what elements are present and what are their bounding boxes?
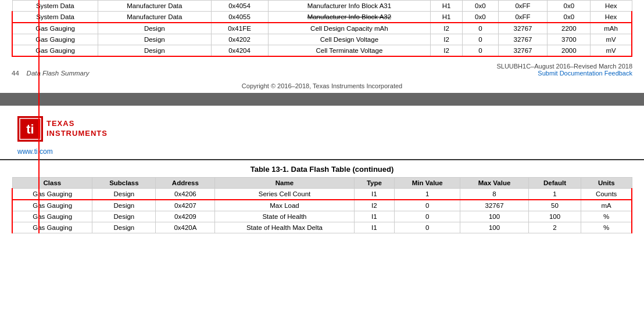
table-cell: I1 (354, 222, 395, 233)
table-cell: 100 (460, 211, 528, 222)
table-row: Gas GaugingDesign0x4204Cell Terminate Vo… (12, 45, 632, 57)
ti-emblem-icon: ti (17, 116, 43, 142)
table-cell: Design (92, 200, 156, 211)
table-cell: Gas Gauging (12, 23, 98, 34)
table-row: System DataManufacturer Data0x4055Manufa… (12, 12, 632, 23)
table-cell: 0xFF (498, 12, 548, 23)
column-header: Address (156, 178, 215, 189)
table-cell: 0 (395, 211, 460, 222)
ti-name-line2: INSTRUMENTS (46, 129, 108, 139)
table-cell: 100 (528, 211, 581, 222)
table-row: Gas GaugingDesign0x4202Cell Design Volta… (12, 34, 632, 45)
table-cell: Gas Gauging (12, 222, 92, 233)
table-cell: Counts (581, 189, 632, 200)
table-cell: 0xFF (498, 1, 548, 12)
ti-logo-text: TEXAS INSTRUMENTS (46, 119, 108, 139)
table-cell: % (581, 222, 632, 233)
table-cell: I2 (431, 23, 463, 34)
table-cell: 0x4206 (156, 189, 215, 200)
table-cell: mA (581, 200, 632, 211)
table-cell: State of Health Max Delta (215, 222, 354, 233)
table-cell: 0 (463, 45, 499, 57)
table-cell: 0x4204 (211, 45, 268, 57)
column-header: Class (12, 178, 92, 189)
table-cell: 8 (460, 189, 528, 200)
bottom-table-title: Table 13-1. Data Flash Table (continued) (12, 165, 632, 174)
table-cell: 0x4202 (211, 34, 268, 45)
website-section: www.ti.com (0, 147, 644, 160)
column-header: Default (528, 178, 581, 189)
table-cell: 2000 (548, 45, 591, 57)
table-cell: 0x0 (548, 12, 591, 23)
table-cell: Gas Gauging (12, 200, 92, 211)
table-cell: 0x4209 (156, 211, 215, 222)
svg-text:ti: ti (26, 122, 34, 136)
footer-left: 44 Data Flash Summary (12, 70, 90, 77)
table-cell: Gas Gauging (12, 34, 98, 45)
table-cell: 3700 (548, 34, 591, 45)
ti-name-line1: TEXAS (46, 119, 108, 129)
table-row: Gas GaugingDesign0x4209State of HealthI1… (12, 211, 632, 222)
page-wrapper: System DataManufacturer Data0x4054Manufa… (0, 0, 644, 233)
table-cell: Design (92, 189, 156, 200)
top-table-section: System DataManufacturer Data0x4054Manufa… (0, 0, 644, 57)
table-cell: 1 (395, 189, 460, 200)
table-cell: Series Cell Count (215, 189, 354, 200)
doc-reference: SLUUBH1C–August 2016–Revised March 2018 (496, 63, 632, 70)
table-cell: 2200 (548, 23, 591, 34)
table-cell: I2 (431, 34, 463, 45)
table-cell: 0x4054 (211, 1, 268, 12)
table-row: System DataManufacturer Data0x4054Manufa… (12, 1, 632, 12)
website-link[interactable]: www.ti.com (17, 147, 53, 156)
table-cell: H1 (431, 12, 463, 23)
table-cell: 50 (528, 200, 581, 211)
table-cell: 0 (395, 200, 460, 211)
page-number: 44 (12, 70, 19, 77)
footer-section: 44 Data Flash Summary SLUUBH1C–August 20… (0, 59, 644, 79)
table-cell: Manufacturer Info Block A32 (268, 12, 431, 23)
table-cell: % (581, 211, 632, 222)
table-cell: 2 (528, 222, 581, 233)
table-cell: Gas Gauging (12, 189, 92, 200)
table-cell: I1 (354, 189, 395, 200)
table-cell: Design (98, 23, 211, 34)
table-cell: H1 (431, 1, 463, 12)
table-cell: 0 (463, 34, 499, 45)
column-header: Max Value (460, 178, 528, 189)
column-header: Subclass (92, 178, 156, 189)
table-cell: Manufacturer Data (98, 12, 211, 23)
table-cell: Cell Terminate Voltage (268, 45, 431, 57)
table-row: Gas GaugingDesign0x41FECell Design Capac… (12, 23, 632, 34)
column-header: Name (215, 178, 354, 189)
table-cell: 0 (395, 222, 460, 233)
table-cell: 100 (460, 222, 528, 233)
ti-logo: ti TEXAS INSTRUMENTS (17, 116, 108, 142)
column-header: Type (354, 178, 395, 189)
table-cell: I1 (354, 211, 395, 222)
table-cell: 32767 (498, 34, 548, 45)
table-cell: mAh (591, 23, 632, 34)
table-cell: 0x0 (548, 1, 591, 12)
table-cell: I2 (431, 45, 463, 57)
table-cell: Hex (591, 1, 632, 12)
table-cell: 0 (463, 23, 499, 34)
table-cell: Design (92, 211, 156, 222)
table-cell: Design (98, 45, 211, 57)
table-cell: 0x4207 (156, 200, 215, 211)
column-header: Units (581, 178, 632, 189)
table-row: Gas GaugingDesign0x420AState of Health M… (12, 222, 632, 233)
table-cell: Max Load (215, 200, 354, 211)
column-header: Min Value (395, 178, 460, 189)
table-cell: Manufacturer Info Block A31 (268, 1, 431, 12)
table-cell: Design (98, 34, 211, 45)
table-cell: I2 (354, 200, 395, 211)
table-cell: System Data (12, 1, 98, 12)
footer-right: SLUUBH1C–August 2016–Revised March 2018 … (496, 63, 632, 77)
submit-feedback-link[interactable]: Submit Documentation Feedback (496, 70, 632, 77)
gray-divider (0, 93, 644, 106)
bottom-data-table: ClassSubclassAddressNameTypeMin ValueMax… (12, 177, 632, 233)
copyright-section: Copyright © 2016–2018, Texas Instruments… (0, 79, 644, 93)
table-cell: Gas Gauging (12, 211, 92, 222)
bottom-table-section: Table 13-1. Data Flash Table (continued)… (0, 165, 644, 233)
table-cell: Hex (591, 12, 632, 23)
